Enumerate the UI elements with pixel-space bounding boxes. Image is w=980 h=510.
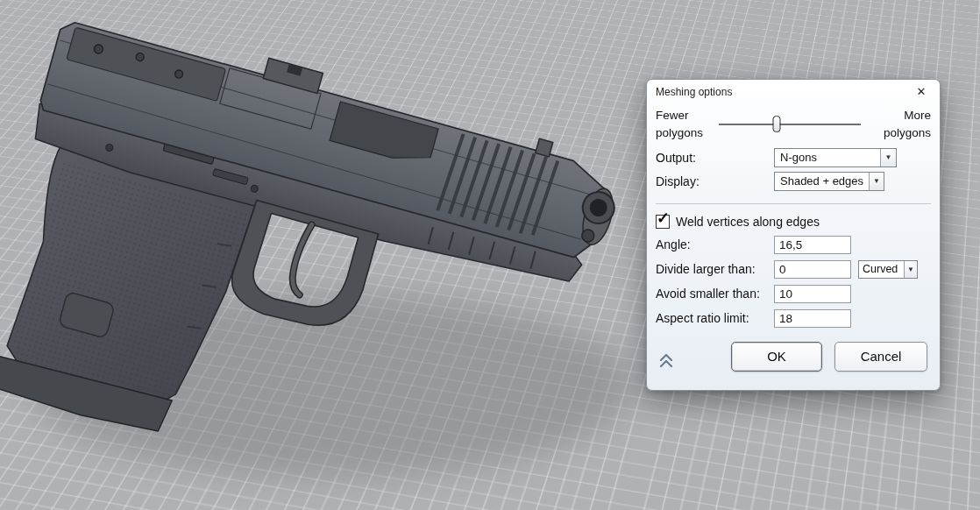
close-icon[interactable]: ✕ (911, 82, 932, 102)
chevron-down-icon[interactable]: ▼ (880, 149, 896, 166)
aspect-ratio-row: Aspect ratio limit: 18 (656, 306, 931, 330)
divider (656, 203, 931, 204)
output-label: Output: (656, 151, 774, 165)
dialog-title-bar[interactable]: Meshing options ✕ (647, 80, 940, 103)
aspect-ratio-label: Aspect ratio limit: (656, 311, 774, 325)
divide-larger-label: Divide larger than: (656, 262, 774, 276)
ok-button[interactable]: OK (731, 342, 822, 372)
collapse-chevrons-icon[interactable] (656, 351, 677, 370)
cancel-button[interactable]: Cancel (834, 342, 927, 372)
angle-row: Angle: 16,5 (656, 232, 931, 257)
avoid-smaller-row: Avoid smaller than: 10 (656, 281, 931, 306)
more-polygons-label: More polygons (868, 107, 931, 141)
chevron-down-icon[interactable]: ▼ (904, 261, 917, 278)
angle-input[interactable]: 16,5 (774, 236, 851, 254)
divide-larger-input[interactable]: 0 (774, 260, 851, 279)
weld-row: ✓ Weld vertices along edges (656, 211, 931, 232)
chevron-down-icon[interactable]: ▼ (869, 173, 884, 190)
display-row: Display: Shaded + edges ▼ (656, 169, 931, 193)
output-dropdown[interactable]: N-gons ▼ (774, 148, 897, 167)
front-sight (536, 138, 553, 157)
polygon-density-row: Fewer polygons More polygons (656, 105, 931, 144)
curved-dropdown[interactable]: Curved ▼ (858, 260, 918, 279)
display-label: Display: (656, 174, 774, 188)
checkbox-checked-icon: ✓ (657, 209, 670, 228)
angle-label: Angle: (656, 237, 774, 251)
avoid-smaller-label: Avoid smaller than: (656, 287, 774, 301)
curved-value: Curved (859, 261, 904, 278)
polygon-density-slider[interactable] (719, 116, 861, 133)
display-value: Shaded + edges (775, 173, 869, 190)
display-dropdown[interactable]: Shaded + edges ▼ (774, 172, 884, 191)
dialog-title: Meshing options (656, 86, 732, 98)
divide-larger-row: Divide larger than: 0 Curved ▼ (656, 257, 931, 281)
meshing-options-dialog: Meshing options ✕ Fewer polygons More po… (646, 79, 941, 391)
weld-label: Weld vertices along edges (676, 215, 820, 229)
fewer-polygons-label: Fewer polygons (656, 107, 712, 141)
output-row: Output: N-gons ▼ (656, 145, 931, 169)
slider-track[interactable] (719, 124, 861, 125)
output-value: N-gons (775, 149, 880, 166)
slider-handle[interactable] (773, 116, 781, 132)
button-row: OK Cancel (656, 341, 931, 372)
avoid-smaller-input[interactable]: 10 (774, 285, 851, 303)
weld-checkbox[interactable]: ✓ (656, 215, 670, 229)
aspect-ratio-input[interactable]: 18 (774, 309, 851, 328)
